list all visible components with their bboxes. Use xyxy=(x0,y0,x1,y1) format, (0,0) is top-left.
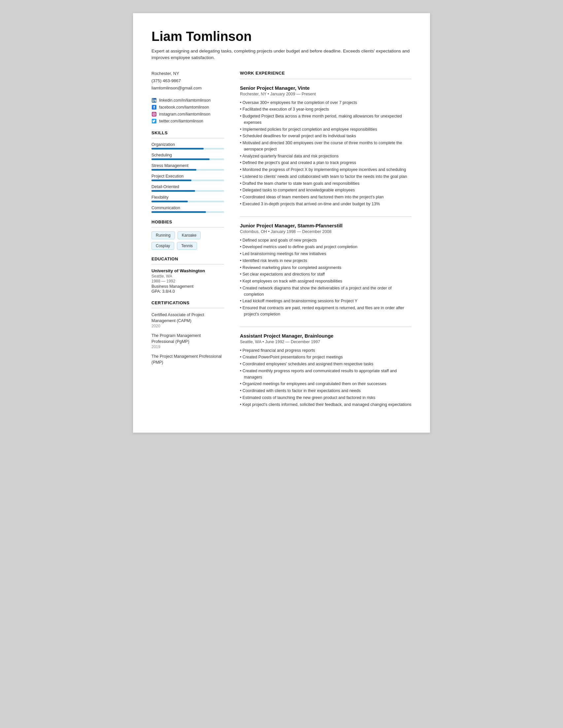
job-bullet: Coordinated with clients to factor in th… xyxy=(240,388,412,394)
svg-point-2 xyxy=(152,99,153,100)
skill-bar-fill xyxy=(151,180,191,181)
linkedin-text: linkedin.com/in/liamtomlinson xyxy=(159,98,211,103)
hobby-tag: Karoake xyxy=(178,231,201,239)
social-section: linkedin.com/in/liamtomlinson facebook.c… xyxy=(151,98,224,124)
job-title: Senior Project Manager, Vinte xyxy=(240,85,412,91)
jobs-list: Senior Project Manager, Vinte Rochester,… xyxy=(240,85,412,408)
skills-list: Organization Scheduling Stress Managemen… xyxy=(151,142,224,213)
job-bullet: Analyzed quarterly financial data and ri… xyxy=(240,153,412,159)
job-bullet: Defined scope and goals of new projects xyxy=(240,237,412,244)
cert-name: The Project Management Professional (PMP… xyxy=(151,354,224,365)
cert-year: 2020 xyxy=(151,324,224,328)
skill-name: Project Execution xyxy=(151,174,224,179)
candidate-name: Liam Tomlinson xyxy=(151,29,412,44)
skill-name: Flexibility xyxy=(151,195,224,200)
contact-section: Rochester, NY (375) 463-9867 liamtomlins… xyxy=(151,71,224,91)
job-bullet: Estimated costs of launching the new gre… xyxy=(240,395,412,401)
job-bullet: Drafted the team charter to state team g… xyxy=(240,181,412,187)
resume-container: Liam Tomlinson Expert at assigning and d… xyxy=(133,13,430,433)
job-bullet: Executed 3 in-depth projects that arrive… xyxy=(240,201,412,207)
cert-item: Certified Associate of Project Managemen… xyxy=(151,312,224,328)
job-bullet: Created network diagrams that show the d… xyxy=(240,285,412,298)
hobby-tag: Tennis xyxy=(177,242,197,250)
job-bullet: Coordinated ideas of team members and fa… xyxy=(240,194,412,200)
job-bullet: Delegated tasks to competent and knowled… xyxy=(240,187,412,193)
job-bullet: Set clear expectations and directions fo… xyxy=(240,271,412,278)
left-column: Rochester, NY (375) 463-9867 liamtomlins… xyxy=(151,71,224,417)
skill-bar-bg xyxy=(151,180,224,181)
job-bullets: Oversaw 300+ employees for the completio… xyxy=(240,100,412,207)
skill-bar-fill xyxy=(151,211,206,213)
contact-email: liamtomlinson@gmail.com xyxy=(151,85,224,91)
job-bullets: Defined scope and goals of new projectsD… xyxy=(240,237,412,317)
job-bullet: Scheduled deadlines for overall project … xyxy=(240,133,412,139)
hobby-tag: Running xyxy=(151,231,175,239)
cert-name: Certified Associate of Project Managemen… xyxy=(151,312,224,324)
work-divider xyxy=(240,79,412,79)
job-bullet: Reviewed marketing plans for completed a… xyxy=(240,265,412,271)
certifications-title: CERTIFICATIONS xyxy=(151,300,224,305)
linkedin-icon xyxy=(151,98,157,103)
job-bullet: Coordinated employees' schedules and ass… xyxy=(240,361,412,367)
skill-bar-bg xyxy=(151,211,224,213)
job-bullet: Listened to clients' needs and collabora… xyxy=(240,174,412,180)
hobbies-title: HOBBIES xyxy=(151,219,224,224)
cert-name: The Program Management Professional (PgM… xyxy=(151,333,224,345)
education-list: University of Washington Seattle, WA 198… xyxy=(151,268,224,294)
skill-item: Communication xyxy=(151,206,224,213)
svg-rect-4 xyxy=(152,112,156,116)
facebook-text: facebook.com/liamtomlinson xyxy=(159,105,209,110)
job-bullet: Implemented policies for project complet… xyxy=(240,126,412,133)
contact-phone: (375) 463-9867 xyxy=(151,78,224,84)
job-item: Assistant Project Manager, Brainlounge S… xyxy=(240,333,412,408)
education-title: EDUCATION xyxy=(151,256,224,261)
job-bullet: Led brainstorming meetings for new initi… xyxy=(240,251,412,257)
job-bullet: Defined the project's goal and created a… xyxy=(240,160,412,166)
skill-bar-bg xyxy=(151,190,224,192)
svg-point-7 xyxy=(155,113,155,113)
skill-item: Project Execution xyxy=(151,174,224,181)
cert-year: 2019 xyxy=(151,345,224,349)
skill-bar-fill xyxy=(151,148,204,149)
job-bullet: Identified risk levels in new projects xyxy=(240,258,412,264)
job-bullet: Monitored the progress of Project X by i… xyxy=(240,167,412,173)
hobbies-section: HOBBIES RunningKaroakeCosplayTennis xyxy=(151,219,224,250)
education-item: University of Washington Seattle, WA 198… xyxy=(151,268,224,294)
skill-bar-bg xyxy=(151,169,224,171)
skill-bar-fill xyxy=(151,158,210,160)
candidate-summary: Expert at assigning and delegating tasks… xyxy=(151,48,412,61)
skill-item: Flexibility xyxy=(151,195,224,202)
job-meta: Rochester, NY • January 2009 — Present xyxy=(240,92,412,96)
skills-divider xyxy=(151,138,224,138)
job-divider xyxy=(240,216,412,217)
skill-bar-fill xyxy=(151,190,195,192)
svg-rect-1 xyxy=(152,100,153,102)
job-bullets: Prepared financial and progress reportsC… xyxy=(240,347,412,408)
skill-bar-bg xyxy=(151,148,224,149)
skills-section: SKILLS Organization Scheduling Stress Ma… xyxy=(151,130,224,213)
edu-field: Business Management xyxy=(151,284,224,289)
job-title: Assistant Project Manager, Brainlounge xyxy=(240,333,412,339)
social-twitter: twitter.com/liamtomlinson xyxy=(151,118,224,124)
skill-name: Organization xyxy=(151,142,224,147)
education-divider xyxy=(151,264,224,264)
education-section: EDUCATION University of Washington Seatt… xyxy=(151,256,224,294)
skills-title: SKILLS xyxy=(151,130,224,135)
skill-item: Scheduling xyxy=(151,153,224,160)
instagram-icon xyxy=(151,112,157,117)
edu-location: Seattle, WA xyxy=(151,274,224,279)
skill-name: Detail-Oriented xyxy=(151,184,224,189)
job-bullet: Oversaw 300+ employees for the completio… xyxy=(240,100,412,106)
hobbies-divider xyxy=(151,227,224,227)
cert-item: The Project Management Professional (PMP… xyxy=(151,354,224,365)
skill-item: Organization xyxy=(151,142,224,149)
job-divider xyxy=(240,327,412,327)
job-bullet: Organized meetings for employees and con… xyxy=(240,381,412,387)
job-bullet: Ensured that contracts are paid, rented … xyxy=(240,305,412,317)
job-bullet: Created monthly progress reports and com… xyxy=(240,368,412,381)
skill-item: Detail-Oriented xyxy=(151,184,224,192)
skill-name: Scheduling xyxy=(151,153,224,157)
edu-institution: University of Washington xyxy=(151,268,224,273)
hobby-tag: Cosplay xyxy=(151,242,174,250)
instagram-text: instagram.com/liamtomlinson xyxy=(159,112,210,116)
